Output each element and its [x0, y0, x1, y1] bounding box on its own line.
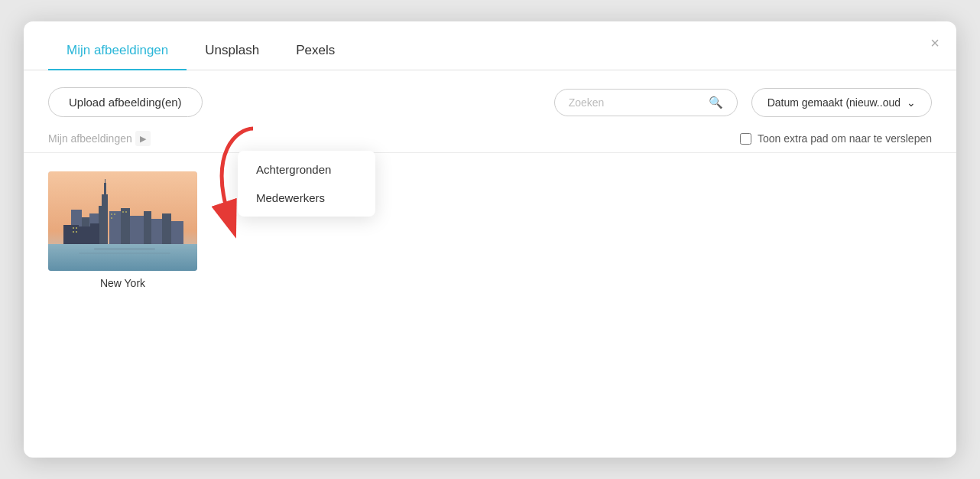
- svg-rect-12: [130, 216, 144, 244]
- checkbox-area: Toon extra pad om naar te verslepen: [740, 132, 932, 145]
- dropdown-item-achtergronden[interactable]: Achtergronden: [238, 155, 375, 184]
- tab-mijn-afbeeldingen[interactable]: Mijn afbeeldingen: [48, 35, 187, 70]
- svg-rect-11: [121, 208, 130, 244]
- svg-rect-22: [73, 231, 74, 233]
- svg-rect-24: [111, 213, 112, 215]
- sort-dropdown-button[interactable]: Datum gemaakt (nieuw..oud ⌄: [751, 88, 932, 117]
- breadcrumb-row: Mijn afbeeldingen ▶ Achtergronden Medewe…: [24, 126, 956, 153]
- svg-rect-21: [76, 227, 77, 229]
- svg-rect-20: [73, 227, 74, 229]
- svg-rect-5: [105, 179, 105, 185]
- svg-rect-15: [162, 213, 171, 244]
- show-drop-path-checkbox[interactable]: [740, 133, 751, 145]
- tab-pexels[interactable]: Pexels: [277, 35, 353, 70]
- search-icon: 🔍: [709, 96, 723, 109]
- dropdown-item-medewerkers[interactable]: Medewerkers: [238, 184, 375, 212]
- image-thumbnail: [48, 171, 197, 271]
- svg-rect-19: [90, 223, 99, 244]
- upload-button[interactable]: Upload afbeelding(en): [48, 87, 203, 117]
- checkbox-label: Toon extra pad om naar te verslepen: [758, 132, 932, 145]
- modal-overlay: × Mijn afbeeldingen Unsplash Pexels Uplo…: [0, 0, 980, 479]
- svg-rect-10: [109, 211, 121, 244]
- svg-rect-29: [94, 248, 155, 250]
- svg-rect-28: [125, 211, 127, 213]
- image-grid: New York: [24, 153, 956, 308]
- tab-bar: Mijn afbeeldingen Unsplash Pexels: [24, 21, 956, 70]
- chevron-down-icon: ⌄: [907, 96, 916, 109]
- svg-rect-23: [76, 231, 77, 233]
- svg-rect-18: [79, 226, 91, 244]
- toolbar: Upload afbeelding(en) 🔍 Datum gemaakt (n…: [24, 70, 956, 126]
- breadcrumb-label[interactable]: Mijn afbeeldingen: [48, 132, 132, 145]
- svg-rect-25: [114, 213, 115, 215]
- image-item[interactable]: New York: [48, 171, 197, 289]
- svg-rect-27: [122, 211, 124, 213]
- svg-rect-16: [171, 221, 183, 244]
- svg-rect-30: [79, 253, 170, 254]
- svg-rect-9: [99, 206, 105, 244]
- breadcrumb-dropdown: Achtergronden Medewerkers: [238, 151, 375, 217]
- tab-unsplash[interactable]: Unsplash: [187, 35, 277, 70]
- svg-rect-26: [111, 217, 112, 219]
- close-button[interactable]: ×: [930, 35, 939, 51]
- modal: × Mijn afbeeldingen Unsplash Pexels Uplo…: [24, 21, 956, 458]
- search-input[interactable]: [569, 96, 703, 109]
- svg-rect-14: [151, 219, 162, 244]
- image-caption: New York: [100, 277, 145, 289]
- svg-rect-13: [144, 211, 151, 244]
- breadcrumb-arrow-icon[interactable]: ▶: [135, 131, 151, 146]
- search-box: 🔍: [554, 89, 738, 116]
